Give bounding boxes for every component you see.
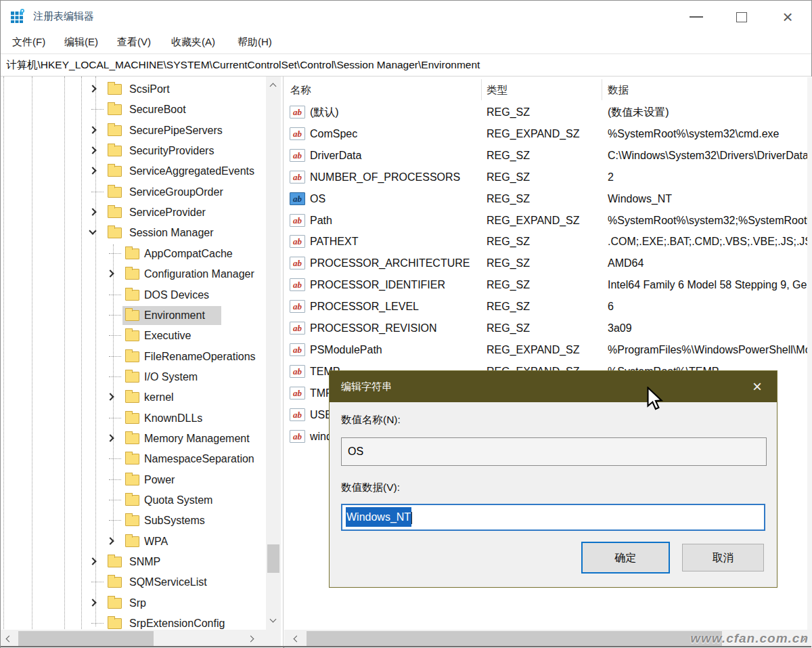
- folder-icon: [125, 310, 139, 321]
- scroll-right-icon[interactable]: [248, 636, 254, 643]
- tree-item-appcompatcache[interactable]: AppCompatCache: [1, 244, 266, 264]
- cell-data: C:\Windows\System32\Drivers\DriverData: [608, 145, 807, 167]
- tree-item-session-manager[interactable]: Session Manager: [1, 223, 266, 243]
- watermark: www.cfan.com.cn: [690, 631, 809, 646]
- chevron-right-icon[interactable]: [106, 269, 114, 277]
- tree-item-power[interactable]: Power: [1, 470, 266, 490]
- value-row-number-of-processors[interactable]: abNUMBER_OF_PROCESSORSREG_SZ2: [284, 167, 807, 188]
- tree-item-memory-management[interactable]: Memory Management: [1, 429, 266, 449]
- tree-item-srp[interactable]: Srp: [1, 593, 266, 613]
- tree-item-label: Memory Management: [141, 429, 252, 448]
- tree-item-environment[interactable]: Environment: [1, 305, 266, 326]
- tree-item-filerenameoperations[interactable]: FileRenameOperations: [1, 347, 266, 367]
- tree-item-srpextensionconfig[interactable]: SrpExtensionConfig: [1, 613, 266, 629]
- column-separator[interactable]: [481, 79, 482, 100]
- chevron-right-icon[interactable]: [106, 537, 114, 544]
- menu-item-1[interactable]: 文件(F): [11, 32, 47, 53]
- close-button[interactable]: ×: [776, 6, 799, 28]
- menu-item-3[interactable]: 查看(V): [116, 32, 152, 53]
- tree-vertical-scrollbar[interactable]: [266, 77, 281, 630]
- tree-item-knowndlls[interactable]: KnownDLLs: [1, 408, 266, 429]
- value-row--[interactable]: ab(默认)REG_SZ(数值未设置): [284, 102, 807, 123]
- window-title: 注册表编辑器: [33, 1, 94, 32]
- value-row-path[interactable]: abPathREG_EXPAND_SZ%SystemRoot%\system32…: [284, 210, 807, 232]
- tree-horizontal-scrollbar[interactable]: [1, 630, 281, 648]
- address-bar[interactable]: 计算机\HKEY_LOCAL_MACHINE\SYSTEM\CurrentCon…: [1, 53, 811, 77]
- column-header-1[interactable]: 名称: [290, 77, 311, 102]
- regedit-window: 注册表编辑器 × 文件(F)编辑(E)查看(V)收藏夹(A)帮助(H) 计算机\…: [0, 0, 812, 648]
- scroll-down-icon[interactable]: [270, 616, 277, 623]
- tree-vscroll-thumb[interactable]: [267, 544, 279, 573]
- chevron-right-icon[interactable]: [106, 393, 114, 401]
- folder-icon: [125, 330, 139, 341]
- scroll-up-icon[interactable]: [270, 83, 277, 90]
- value-row-os[interactable]: abOSREG_SZWindows_NT: [284, 188, 807, 210]
- chevron-right-icon[interactable]: [89, 599, 96, 606]
- text-caret: [411, 512, 412, 524]
- tree-item-kernel[interactable]: kernel: [1, 387, 266, 408]
- tree-item-configuration-manager[interactable]: Configuration Manager: [1, 264, 266, 284]
- value-row-comspec[interactable]: abComSpecREG_EXPAND_SZ%SystemRoot%\syste…: [284, 123, 807, 145]
- tree-item-serviceprovider[interactable]: ServiceProvider: [1, 202, 266, 223]
- chevron-right-icon[interactable]: [89, 557, 96, 565]
- dialog-title-bar[interactable]: 编辑字符串 ×: [330, 371, 777, 402]
- value-row-processor-identifier[interactable]: abPROCESSOR_IDENTIFIERREG_SZIntel64 Fami…: [284, 274, 807, 296]
- value-name-label: 数值名称(N):: [341, 413, 401, 427]
- tree-item-serviceaggregatedevents[interactable]: ServiceAggregatedEvents: [1, 161, 266, 181]
- value-row-psmodulepath[interactable]: abPSModulePathREG_EXPAND_SZ%ProgramFiles…: [284, 339, 807, 361]
- value-row-processor-revision[interactable]: abPROCESSOR_REVISIONREG_SZ3a09: [284, 318, 807, 339]
- column-header-3[interactable]: 数据: [608, 77, 629, 102]
- tree-connector: [91, 582, 104, 582]
- folder-icon: [125, 413, 139, 424]
- cancel-button[interactable]: 取消: [682, 544, 764, 571]
- value-row-driverdata[interactable]: abDriverDataREG_SZC:\Windows\System32\Dr…: [284, 145, 807, 167]
- maximize-button[interactable]: [730, 6, 753, 28]
- chevron-right-icon[interactable]: [106, 434, 114, 441]
- minimize-button[interactable]: [685, 6, 708, 28]
- chevron-down-icon[interactable]: [89, 228, 96, 235]
- value-row-pathext[interactable]: abPATHEXTREG_SZ.COM;.EXE;.BAT;.CMD;.VBS;…: [284, 231, 807, 253]
- menu-item-5[interactable]: 帮助(H): [236, 32, 273, 53]
- value-row-processor-architecture[interactable]: abPROCESSOR_ARCHITECTUREREG_SZAMD64: [284, 253, 807, 274]
- menu-item-2[interactable]: 编辑(E): [63, 32, 99, 53]
- chevron-right-icon[interactable]: [89, 208, 96, 215]
- column-separator[interactable]: [602, 79, 602, 100]
- tree-item-snmp[interactable]: SNMP: [1, 552, 266, 572]
- value-data-field[interactable]: Windows_NT: [341, 504, 765, 531]
- tree-item-secureboot[interactable]: SecureBoot: [1, 100, 266, 120]
- tree-connector: [109, 458, 121, 459]
- tree-item-i-o-system[interactable]: I/O System: [1, 367, 266, 387]
- tree-item-executive[interactable]: Executive: [1, 326, 266, 346]
- scroll-left-icon[interactable]: [6, 636, 13, 643]
- tree-item-wpa[interactable]: WPA: [1, 532, 266, 552]
- cell-name: DriverData: [310, 145, 361, 167]
- list-vertical-scrollbar[interactable]: [807, 77, 812, 630]
- scroll-left-icon[interactable]: [294, 636, 300, 643]
- menu-item-4[interactable]: 收藏夹(A): [170, 32, 217, 53]
- tree-item-securityproviders[interactable]: SecurityProviders: [1, 141, 266, 161]
- tree-item-scsiport[interactable]: ScsiPort: [1, 79, 266, 100]
- tree-item-quota-system[interactable]: Quota System: [1, 490, 266, 511]
- column-header-2[interactable]: 类型: [487, 77, 508, 102]
- tree-item-securepipeservers[interactable]: SecurePipeServers: [1, 121, 266, 141]
- tree-item-dos-devices[interactable]: DOS Devices: [1, 285, 266, 305]
- cell-name: PROCESSOR_IDENTIFIER: [310, 274, 445, 296]
- list-header: 名称类型数据: [284, 77, 812, 102]
- value-row-processor-level[interactable]: abPROCESSOR_LEVELREG_SZ6: [284, 296, 807, 318]
- list-hscroll-thumb[interactable]: [307, 631, 722, 647]
- chevron-right-icon[interactable]: [89, 146, 96, 154]
- dialog-close-button[interactable]: ×: [746, 375, 769, 398]
- selected-text: Windows_NT: [346, 507, 411, 527]
- value-name-field[interactable]: OS: [341, 437, 767, 466]
- chevron-right-icon[interactable]: [89, 167, 96, 175]
- tree-item-subsystems[interactable]: SubSystems: [1, 511, 266, 531]
- tree-item-namespaceseparation[interactable]: NamespaceSeparation: [1, 449, 266, 469]
- tree-item-sqmservicelist[interactable]: SQMServiceList: [1, 572, 266, 592]
- tree-item-label: kernel: [141, 388, 177, 407]
- tree-item-servicegrouporder[interactable]: ServiceGroupOrder: [1, 182, 266, 202]
- string-value-icon: ab: [290, 106, 305, 118]
- chevron-right-icon[interactable]: [89, 126, 96, 133]
- tree-hscroll-thumb[interactable]: [18, 631, 154, 647]
- chevron-right-icon[interactable]: [89, 85, 96, 92]
- ok-button[interactable]: 确定: [581, 542, 670, 574]
